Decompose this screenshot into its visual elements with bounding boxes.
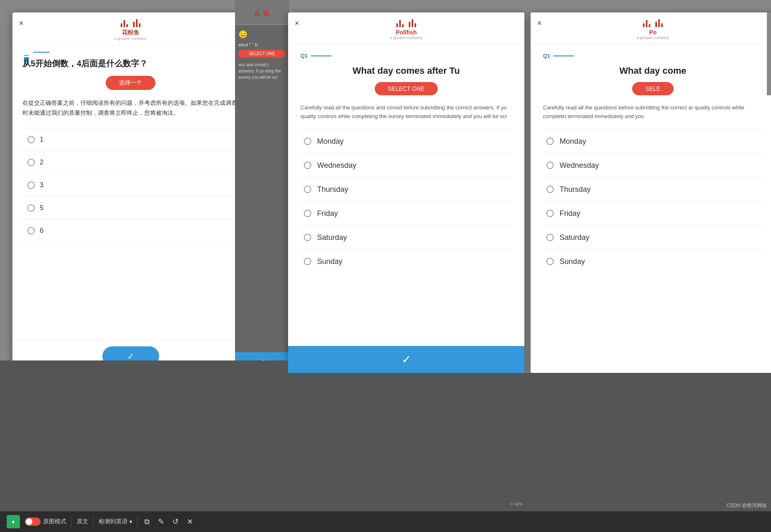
en-option-label-friday-1: Friday xyxy=(317,209,338,218)
en-radio-friday-2[interactable] xyxy=(546,210,554,217)
en1-bar6 xyxy=(415,23,416,27)
option-item-6[interactable]: 6 xyxy=(22,219,239,242)
q-label-2: Q1 xyxy=(543,53,550,59)
en-option-wednesday-1[interactable]: Wednesday xyxy=(301,153,512,177)
option-label-6: 6 xyxy=(40,227,44,235)
en-radio-thursday-1[interactable] xyxy=(304,186,311,193)
en1-bar2 xyxy=(399,20,401,27)
en-dialog-header-2: × Po a grouper company xyxy=(531,12,771,44)
option-item-1[interactable]: 1 xyxy=(22,128,239,151)
en-select-btn-1[interactable]: SELECT ONE xyxy=(375,82,438,95)
copy-button[interactable]: ⧉ xyxy=(143,516,151,528)
dialog-header: × 花粉鱼 a grouper company xyxy=(12,12,249,45)
en-radio-wednesday-2[interactable] xyxy=(546,162,554,169)
language-selector[interactable]: 检测到英语 ▾ xyxy=(99,518,132,525)
en-radio-saturday-2[interactable] xyxy=(546,234,554,241)
en-radio-wednesday-1[interactable] xyxy=(304,162,311,169)
snippet-header xyxy=(235,0,289,25)
en2-logo-sub: a grouper company xyxy=(637,36,669,40)
option-item-2[interactable]: 2 xyxy=(22,151,239,174)
en-option-thursday-2[interactable]: Thursday xyxy=(543,177,763,201)
bar1 xyxy=(121,23,122,27)
question-label-row: 第一季度 xyxy=(22,52,239,53)
en-radio-friday-1[interactable] xyxy=(304,210,311,217)
question-number-row-1: Q1 xyxy=(301,53,512,59)
radio-5[interactable] xyxy=(27,204,35,212)
q-line-2 xyxy=(553,56,574,56)
en-radio-thursday-2[interactable] xyxy=(546,186,554,193)
en-dialog-header-1: × Pollfish a grouper company xyxy=(288,12,524,44)
en-option-monday-1[interactable]: Monday xyxy=(301,129,512,153)
undo-icon: ↺ xyxy=(172,517,179,526)
instructions-text: 在提交正确答案之前，仔细阅读所有的问题，并考虑所有的选项。如果您在完成调查时未能… xyxy=(22,98,239,118)
en1-bar3 xyxy=(402,24,404,27)
en-option-saturday-1[interactable]: Saturday xyxy=(301,225,512,249)
en-option-label-saturday-2: Saturday xyxy=(560,233,589,242)
toggle-knob[interactable] xyxy=(25,517,41,526)
english-survey-dialog-1: × Pollfish a grouper company Q1 What day… xyxy=(288,12,524,373)
csdn-watermark: CSDN @橙河网络 xyxy=(726,502,767,509)
bar4 xyxy=(133,22,135,27)
radio-2[interactable] xyxy=(27,159,35,166)
en-option-monday-2[interactable]: Monday xyxy=(543,129,763,153)
en-option-friday-2[interactable]: Friday xyxy=(543,201,763,225)
en-radio-monday-1[interactable] xyxy=(304,138,311,145)
en-option-sunday-2[interactable]: Sunday xyxy=(543,249,763,273)
en-radio-monday-2[interactable] xyxy=(546,138,554,145)
original-mode-toggle[interactable]: 原图模式 xyxy=(25,517,66,526)
edit-button[interactable]: ✎ xyxy=(156,515,166,528)
en-option-label-monday-1: Monday xyxy=(317,137,344,146)
question-number-row-2: Q1 xyxy=(543,53,763,59)
radio-3[interactable] xyxy=(27,181,35,189)
en2-bar3 xyxy=(649,24,650,27)
en-option-saturday-2[interactable]: Saturday xyxy=(543,225,763,249)
bar5 xyxy=(136,19,138,27)
select-one-button[interactable]: 选择一个 xyxy=(106,76,155,90)
en-dialog-body-1: Q1 What day comes after Tu SELECT ONE Ca… xyxy=(288,44,524,346)
en-option-wednesday-2[interactable]: Wednesday xyxy=(543,153,763,177)
en-instructions-2: Carefully read all the questions before … xyxy=(543,104,763,121)
en1-bar1 xyxy=(396,23,398,27)
pbar2 xyxy=(257,10,258,16)
dialog-body: 第一季度 从5开始倒数，4后面是什么数字？ 选择一个 在提交正确答案之前，仔细阅… xyxy=(12,45,249,339)
en1-logo-text: Pollfish xyxy=(396,29,417,36)
en-instructions-1: Carefully read all the questions and con… xyxy=(301,104,512,121)
en-dialog-body-2: Q1 What day come SELE Carefully read all… xyxy=(531,44,771,373)
en-radio-sunday-2[interactable] xyxy=(546,258,554,265)
radio-1[interactable] xyxy=(27,136,35,143)
snippet-emoji: 😑 xyxy=(238,30,286,39)
option-item-5[interactable]: 5 xyxy=(22,196,239,219)
en-radio-sunday-1[interactable] xyxy=(304,258,311,265)
en-options-list-2: Monday Wednesday Thursday Friday Saturda… xyxy=(543,129,763,273)
logo-bars-en2-icon xyxy=(643,19,663,27)
close-button-en1[interactable]: × xyxy=(295,19,299,28)
en-dialog-footer-1: ✓ xyxy=(288,346,524,373)
logo-text: 花粉鱼 xyxy=(122,29,139,36)
en-select-btn-2[interactable]: SELE xyxy=(632,82,674,95)
option-item-3[interactable]: 3 xyxy=(22,174,239,196)
en1-bar4 xyxy=(409,22,410,27)
close-button[interactable]: × xyxy=(19,19,24,28)
pbar1 xyxy=(255,12,256,16)
left-bottom-bg xyxy=(0,360,288,532)
option-label-5: 5 xyxy=(40,204,44,212)
detected-lang-text: 检测到英语 xyxy=(99,518,128,525)
code-snippet-icon: ○ </> xyxy=(510,501,522,507)
close-toolbar-icon: ✕ xyxy=(187,517,193,526)
close-toolbar-button[interactable]: ✕ xyxy=(185,515,195,528)
undo-button[interactable]: ↺ xyxy=(171,515,180,528)
lang-arrow-icon: ▾ xyxy=(129,518,132,525)
en2-bar2 xyxy=(646,20,647,27)
far-right-edge xyxy=(767,12,771,95)
question-text: 从5开始倒数，4后面是什么数字？ xyxy=(22,58,239,69)
q-line-1 xyxy=(311,56,332,56)
en-option-sunday-1[interactable]: Sunday xyxy=(301,249,512,273)
radio-6[interactable] xyxy=(27,227,35,235)
en-option-friday-1[interactable]: Friday xyxy=(301,201,512,225)
en-option-thursday-1[interactable]: Thursday xyxy=(301,177,512,201)
en-option-label-sunday-2: Sunday xyxy=(560,257,585,266)
close-button-en2[interactable]: × xyxy=(537,19,542,28)
en-radio-saturday-1[interactable] xyxy=(304,234,311,241)
toolbar-divider-3 xyxy=(137,517,138,527)
logo-sub: a grouper company xyxy=(114,36,147,41)
